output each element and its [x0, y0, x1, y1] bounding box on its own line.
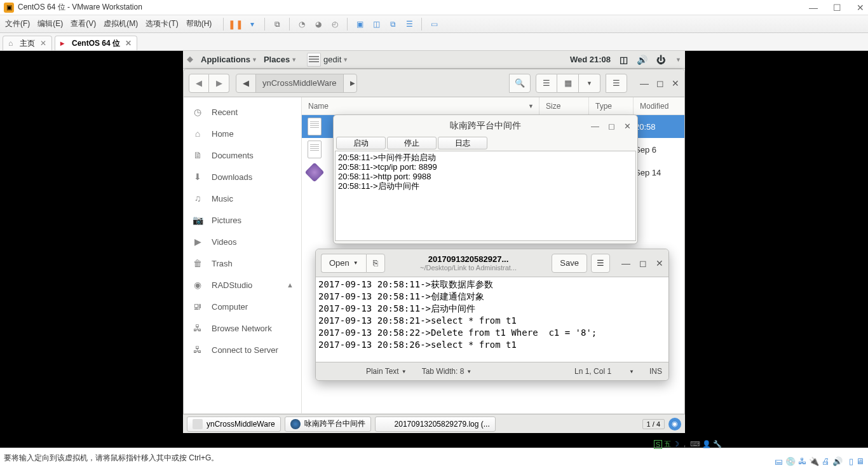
disk-icon[interactable]: 🖴: [775, 457, 783, 466]
menu-vm[interactable]: 虚拟机(M): [104, 18, 138, 29]
clock[interactable]: Wed 21:08: [570, 55, 611, 64]
tab-width-selector[interactable]: Tab Width: 8▼: [422, 367, 472, 376]
sidebar-item-radstudio[interactable]: ◉RADStudio▲: [184, 274, 301, 296]
sidebar-item-browse-network[interactable]: 🖧Browse Network: [184, 317, 301, 339]
power-icon[interactable]: ⏻: [656, 55, 665, 65]
menu-view[interactable]: 查看(V): [71, 18, 96, 29]
maximize-button[interactable]: ☐: [833, 3, 841, 13]
col-modified[interactable]: Modified: [634, 97, 684, 114]
stretch-icon[interactable]: ▭: [428, 18, 440, 30]
mw-minimize[interactable]: —: [591, 121, 599, 131]
snapshot-icon[interactable]: ◔: [296, 18, 308, 30]
volume-icon[interactable]: 🔊: [637, 55, 648, 65]
gedit-filename: 2017091320582927...: [428, 254, 509, 264]
grid-view-button[interactable]: ▦: [557, 74, 579, 93]
library-icon[interactable]: ☰: [403, 18, 415, 30]
stop-button[interactable]: 停止: [387, 137, 437, 149]
monitor-icon[interactable]: 🖥: [856, 457, 864, 466]
gedit-close[interactable]: ✕: [656, 258, 663, 268]
send-keys-icon[interactable]: ⧉: [271, 18, 283, 30]
workspace-switcher[interactable]: ◉: [668, 418, 681, 430]
insert-mode[interactable]: INS: [649, 367, 662, 376]
col-name[interactable]: Name▼: [302, 97, 539, 114]
sidebar-item-downloads[interactable]: ⬇Downloads: [184, 166, 301, 188]
unity-icon[interactable]: ◫: [370, 18, 382, 30]
sidebar-item-pictures[interactable]: 📷Pictures: [184, 209, 301, 231]
separator: [347, 18, 348, 31]
power-dropdown[interactable]: ▾: [247, 18, 258, 30]
view-icon[interactable]: ⧉: [387, 18, 398, 30]
gedit-textarea[interactable]: 2017-09-13 20:58:11->获取数据库参数 2017-09-13 …: [316, 277, 668, 362]
suspend-button[interactable]: ❚❚: [230, 18, 241, 30]
mw-close[interactable]: ✕: [624, 121, 631, 131]
manage-snapshot-icon[interactable]: ◴: [329, 18, 341, 30]
places-menu[interactable]: Places ▼: [264, 55, 297, 64]
applications-menu[interactable]: ◆ Applications ▼: [187, 54, 257, 65]
back-button[interactable]: ◀: [189, 74, 209, 93]
taskbar-item-gedit[interactable]: 20170913205829279.log (...: [375, 416, 496, 432]
files-columns: Name▼ Size Type Modified: [302, 97, 684, 115]
network-icon[interactable]: 🖧: [798, 457, 806, 466]
menu-tabs[interactable]: 选项卡(T): [146, 18, 178, 29]
language-selector[interactable]: Plain Text▼: [366, 367, 407, 376]
breadcrumb-next[interactable]: ▶: [344, 74, 356, 92]
sidebar-item-trash[interactable]: 🗑Trash: [184, 252, 301, 274]
close-tab-icon[interactable]: ✕: [40, 39, 46, 48]
hamburger-button[interactable]: ☰: [606, 74, 627, 93]
guest-display[interactable]: ◆ Applications ▼ Places ▼ gedit ▼ Wed 21…: [0, 51, 868, 448]
sidebar-item-recent[interactable]: ◷Recent: [184, 101, 301, 123]
sidebar-item-videos[interactable]: ▶Videos: [184, 231, 301, 252]
col-size[interactable]: Size: [539, 97, 589, 114]
gedit-maximize[interactable]: ◻: [639, 258, 647, 268]
menu-help[interactable]: 帮助(H): [186, 18, 212, 29]
sidebar-item-music[interactable]: ♫Music: [184, 188, 301, 209]
workspace-indicator[interactable]: 1 / 4: [642, 419, 665, 429]
ime-tray[interactable]: S 五 ☽ ， ⌨ 👤 🔧: [654, 439, 722, 449]
open-button[interactable]: Open▼: [321, 254, 366, 273]
col-type[interactable]: Type: [589, 97, 634, 114]
taskbar-item-files[interactable]: ynCrossMiddleWare: [187, 416, 281, 432]
gedit-menu-button[interactable]: ☰: [591, 254, 610, 273]
sidebar-icon: ♫: [193, 193, 203, 203]
close-button[interactable]: ✕: [857, 3, 864, 13]
log-button[interactable]: 日志: [438, 137, 487, 149]
view-dropdown[interactable]: ▼: [579, 74, 600, 93]
sidebar-item-home[interactable]: ⌂Home: [184, 123, 301, 144]
cursor-position[interactable]: Ln 1, Col 1: [574, 367, 611, 376]
new-tab-button[interactable]: ⎘: [366, 254, 385, 273]
accessibility-icon[interactable]: ◫: [620, 55, 628, 65]
files-close[interactable]: ✕: [672, 78, 679, 88]
breadcrumb-prev[interactable]: ◀: [236, 74, 256, 92]
breadcrumb-current[interactable]: ynCrossMiddleWare: [256, 74, 344, 92]
sidebar-item-documents[interactable]: 🗎Documents: [184, 144, 301, 166]
tab-vm[interactable]: ▸ CentOS 64 位 ✕: [55, 36, 137, 50]
taskbar-item-middleware[interactable]: 咏南跨平台中间件: [285, 416, 371, 432]
fullscreen-icon[interactable]: ▣: [354, 18, 365, 30]
close-tab-icon[interactable]: ✕: [125, 39, 132, 48]
eject-icon[interactable]: ▲: [287, 281, 294, 289]
usb-icon[interactable]: 🔌: [809, 457, 819, 466]
printer-icon[interactable]: 🖨: [822, 457, 830, 466]
mw-maximize[interactable]: ◻: [608, 121, 615, 131]
menu-file[interactable]: 文件(F): [5, 18, 30, 29]
forward-button[interactable]: ▶: [209, 74, 229, 93]
sidebar-item-computer[interactable]: 🖳Computer: [184, 296, 301, 317]
list-view-button[interactable]: ☰: [536, 74, 557, 93]
app-menu-gedit[interactable]: gedit ▼: [307, 53, 348, 67]
menu-edit[interactable]: 编辑(E): [37, 18, 63, 29]
search-button[interactable]: 🔍: [509, 74, 531, 93]
display-icon[interactable]: ▯: [849, 457, 853, 466]
sidebar-item-connect-to-server[interactable]: 🖧Connect to Server: [184, 339, 301, 361]
cursor-dropdown[interactable]: ▼: [627, 369, 634, 375]
files-minimize[interactable]: —: [640, 78, 649, 88]
vmware-device-tray[interactable]: 🖴 💿 🖧 🔌 🖨 🔊 ▯ 🖥: [775, 456, 864, 466]
start-button[interactable]: 启动: [336, 137, 386, 149]
tab-home[interactable]: ⌂ 主页 ✕: [3, 36, 52, 50]
revert-icon[interactable]: ◕: [313, 18, 324, 30]
minimize-button[interactable]: —: [809, 3, 818, 13]
save-button[interactable]: Save: [552, 254, 587, 273]
sound-icon[interactable]: 🔊: [832, 457, 843, 466]
cd-icon[interactable]: 💿: [785, 457, 796, 466]
files-maximize[interactable]: ◻: [656, 78, 664, 88]
gedit-minimize[interactable]: —: [621, 258, 630, 268]
